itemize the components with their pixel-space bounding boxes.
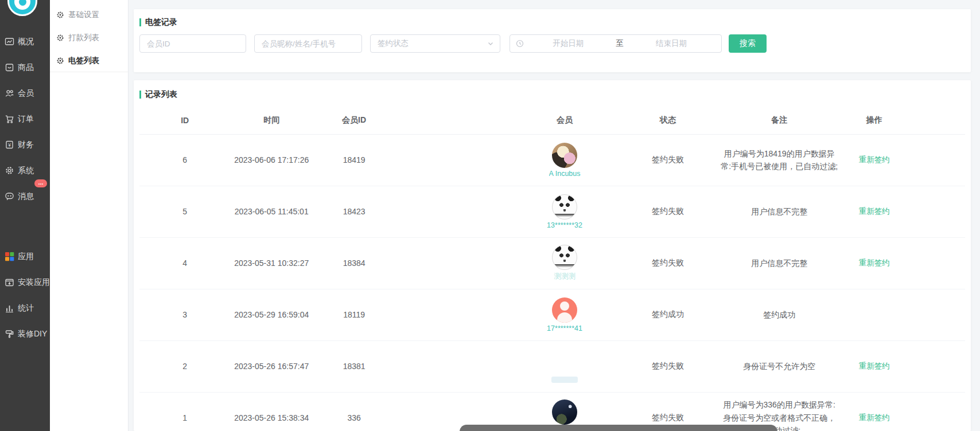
sidebar-item-goods[interactable]: 商品 [0, 54, 50, 80]
avatar[interactable] [552, 399, 577, 425]
table-row: 6 2023-06-06 17:17:26 18419 A Incubus 签约… [139, 134, 965, 186]
record-time-cell: 2023-06-06 17:17:26 [230, 134, 313, 186]
overview-icon [5, 37, 14, 46]
search-button[interactable]: 搜索 [729, 34, 767, 53]
avatar[interactable] [552, 350, 577, 375]
filter-row: 签约状态 开始日期 至 结束日期 搜索 [139, 34, 965, 53]
sidebar-item-apps[interactable]: 应用 [0, 244, 50, 269]
sidebar-item-orders[interactable]: 订单 [0, 106, 50, 132]
start-date-placeholder: 开始日期 [524, 38, 612, 49]
record-status-cell: 签约失败 [619, 186, 718, 237]
sidebar-item-label: 概况 [18, 37, 34, 47]
submenu-item-label: 打款列表 [68, 33, 99, 43]
record-member-id-cell: 18419 [313, 134, 395, 186]
record-member-cell: 13*******32 [511, 186, 619, 237]
record-member-id-cell: 18119 [313, 289, 395, 340]
sidebar-item-label: 商品 [18, 62, 34, 73]
sidebar-item-label: 安装应用 [18, 277, 50, 288]
goods-icon [5, 62, 14, 72]
resign-action[interactable]: 重新签约 [859, 258, 890, 267]
resign-action[interactable]: 重新签约 [859, 155, 890, 164]
apps-icon [5, 252, 14, 261]
decorate-diy-icon [5, 329, 14, 339]
record-remark-cell: 用户信息不完整 [717, 237, 841, 289]
record-member-cell: A Incubus [511, 134, 619, 186]
table-row: 5 2023-06-05 11:45:01 18423 13*******32 … [139, 186, 965, 237]
avatar[interactable] [552, 194, 577, 220]
record-remark-cell: 用户信息不完整 [717, 186, 841, 237]
records-card: 记录列表 ID 时间 会员ID 会员 状态 备注 操作 [134, 80, 971, 431]
records-table: ID 时间 会员ID 会员 状态 备注 操作 6 2023-06-06 17:1… [139, 107, 965, 431]
submenu-item-esign-list[interactable]: 电签列表 [50, 49, 128, 72]
resign-action[interactable]: 重新签约 [859, 207, 890, 215]
end-date-placeholder: 结束日期 [627, 38, 715, 49]
member-name[interactable]: 13*******32 [547, 221, 582, 229]
record-id-cell: 5 [139, 186, 230, 237]
sign-status-select[interactable]: 签约状态 [370, 34, 500, 53]
avatar[interactable] [552, 143, 577, 168]
member-name[interactable]: 测测测 [554, 272, 575, 281]
record-action-cell [841, 289, 907, 340]
avatar[interactable] [552, 245, 577, 270]
record-time-cell: 2023-06-05 11:45:01 [230, 186, 313, 237]
sidebar-item-members[interactable]: 会员 [0, 80, 50, 106]
member-profile-link[interactable]: A Incubus [511, 143, 619, 178]
record-status-cell: 签约失败 [619, 237, 718, 289]
sidebar-item-stats[interactable]: 统计 [0, 295, 50, 321]
spacer-cell [907, 392, 965, 431]
sidebar-item-label: 财务 [18, 140, 34, 150]
spacer-cell [395, 134, 511, 186]
primary-sidebar: 概况 商品 会员 订单 ¥ 财务 系统 [0, 0, 50, 431]
record-id-cell: 1 [139, 392, 230, 431]
record-action-cell: 重新签约 [841, 237, 907, 289]
member-profile-link[interactable]: 测测测 [511, 245, 619, 281]
member-name[interactable] [551, 377, 578, 383]
submenu-item-payment-list[interactable]: 打款列表 [50, 26, 128, 49]
record-time-cell: 2023-05-29 16:59:04 [230, 289, 313, 340]
member-profile-link[interactable] [511, 350, 619, 383]
record-member-id-cell: 18423 [313, 186, 395, 237]
record-status-cell: 签约失败 [619, 340, 718, 392]
record-id-cell: 3 [139, 289, 230, 340]
record-action-cell: 重新签约 [841, 134, 907, 186]
gear-icon [56, 57, 64, 65]
spacer-cell [907, 134, 965, 186]
spacer-cell [395, 340, 511, 392]
spacer-cell [907, 237, 965, 289]
sidebar-item-install-apps[interactable]: 安装应用 [0, 269, 50, 295]
record-remark-cell: 签约成功 [717, 289, 841, 340]
record-id-cell: 2 [139, 340, 230, 392]
stats-icon [5, 303, 14, 313]
member-profile-link[interactable]: 13*******32 [511, 194, 619, 229]
finance-icon: ¥ [5, 140, 14, 150]
main-content: 电签记录 签约状态 开始日期 至 结束日期 搜索 [129, 0, 980, 431]
member-profile-link[interactable]: 17*******41 [511, 297, 619, 332]
member-id-input[interactable] [139, 34, 246, 53]
spacer-cell [395, 186, 511, 237]
col-header-spacer [907, 107, 965, 134]
resign-action[interactable]: 重新签约 [859, 362, 890, 370]
record-remark-cell: 用户编号为18419的用户数据异常:手机号已被使用，已自动过滤; [717, 134, 841, 186]
table-row: 4 2023-05-31 10:32:27 18384 测测测 签约失败 用户信… [139, 237, 965, 289]
sidebar-item-overview[interactable]: 概况 [0, 29, 50, 54]
submenu-item-label: 基础设置 [68, 10, 99, 20]
member-name[interactable]: 17*******41 [547, 324, 582, 332]
brand-logo[interactable] [7, 0, 37, 16]
sidebar-item-label: 消息 [18, 191, 34, 202]
system-icon [5, 166, 14, 175]
install-apps-icon [5, 277, 14, 287]
sidebar-item-label: 系统 [18, 166, 34, 176]
chevron-down-icon [487, 40, 494, 47]
sidebar-item-decorate-diy[interactable]: 装修DIY [0, 321, 50, 347]
date-range-picker[interactable]: 开始日期 至 结束日期 [510, 34, 722, 53]
submenu-item-basic-settings[interactable]: 基础设置 [50, 3, 128, 26]
sidebar-item-finance[interactable]: ¥ 财务 [0, 132, 50, 158]
sidebar-item-messages[interactable]: 消息 ... [0, 183, 50, 209]
member-keyword-input[interactable] [254, 34, 362, 53]
table-row: 3 2023-05-29 16:59:04 18119 17*******41 … [139, 289, 965, 340]
avatar[interactable] [552, 297, 577, 323]
records-title: 记录列表 [145, 89, 177, 100]
spacer-cell [907, 186, 965, 237]
member-name[interactable]: A Incubus [549, 170, 581, 178]
resign-action[interactable]: 重新签约 [859, 413, 890, 422]
